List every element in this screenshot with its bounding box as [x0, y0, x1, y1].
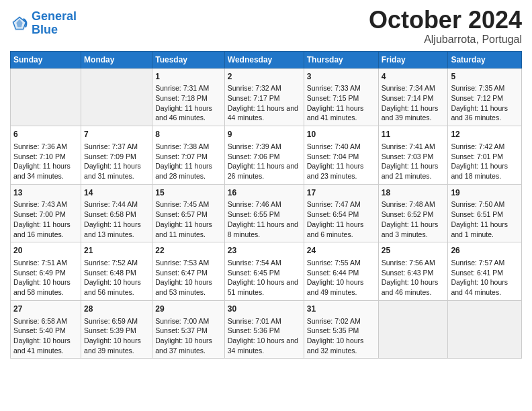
sunset-text: Sunset: 7:10 PM [13, 152, 66, 161]
day-number: 5 [451, 71, 519, 83]
daylight-text: Daylight: 11 hours and 6 minutes. [307, 220, 364, 238]
sunset-text: Sunset: 7:04 PM [307, 152, 359, 161]
day-number: 27 [13, 304, 78, 315]
calendar-cell [378, 300, 448, 359]
sunrise-text: Sunrise: 7:44 AM [84, 200, 138, 208]
sunrise-text: Sunrise: 7:52 AM [84, 259, 138, 267]
day-number: 2 [228, 71, 301, 83]
day-number: 23 [228, 245, 301, 257]
day-number: 6 [13, 129, 78, 140]
daylight-text: Daylight: 11 hours and 8 minutes. [228, 220, 298, 238]
calendar-week-row: 1Sunrise: 7:31 AMSunset: 7:18 PMDaylight… [11, 68, 522, 126]
calendar-cell: 31Sunrise: 7:02 AMSunset: 5:35 PMDayligh… [304, 300, 378, 359]
daylight-text: Daylight: 10 hours and 41 minutes. [13, 336, 71, 355]
daylight-text: Daylight: 11 hours and 28 minutes. [155, 162, 212, 180]
daylight-text: Daylight: 11 hours and 3 minutes. [382, 220, 439, 238]
sunrise-text: Sunrise: 7:42 AM [451, 142, 504, 150]
daylight-text: Daylight: 11 hours and 26 minutes. [228, 162, 298, 180]
sunrise-text: Sunrise: 7:02 AM [307, 317, 361, 325]
sunrise-text: Sunrise: 7:56 AM [382, 259, 435, 267]
weekday-header: Saturday [448, 51, 522, 68]
month-title: October 2024 [369, 7, 522, 34]
sunset-text: Sunset: 7:09 PM [84, 152, 136, 161]
sunset-text: Sunset: 7:00 PM [13, 210, 66, 218]
daylight-text: Daylight: 11 hours and 16 minutes. [13, 220, 71, 238]
day-number: 11 [382, 129, 445, 140]
calendar-cell [11, 68, 81, 126]
daylight-text: Daylight: 11 hours and 31 minutes. [84, 162, 141, 180]
day-number: 12 [451, 129, 519, 140]
calendar-cell: 3Sunrise: 7:33 AMSunset: 7:15 PMDaylight… [304, 68, 378, 126]
day-number: 7 [84, 129, 149, 140]
calendar-week-row: 13Sunrise: 7:43 AMSunset: 7:00 PMDayligh… [11, 184, 522, 242]
sunrise-text: Sunrise: 7:53 AM [155, 259, 209, 267]
daylight-text: Daylight: 11 hours and 36 minutes. [451, 104, 508, 122]
calendar-week-row: 27Sunrise: 6:58 AMSunset: 5:40 PMDayligh… [11, 300, 522, 359]
calendar-cell [448, 300, 522, 359]
calendar-cell: 8Sunrise: 7:38 AMSunset: 7:07 PMDaylight… [152, 126, 225, 185]
sunset-text: Sunset: 5:39 PM [84, 326, 136, 334]
day-number: 18 [382, 187, 445, 199]
sunset-text: Sunset: 5:36 PM [228, 326, 280, 334]
daylight-text: Daylight: 11 hours and 1 minute. [451, 220, 508, 238]
day-number: 15 [155, 187, 222, 199]
logo: General Blue [10, 10, 77, 37]
day-number: 29 [155, 304, 222, 315]
sunrise-text: Sunrise: 7:43 AM [13, 200, 67, 208]
daylight-text: Daylight: 11 hours and 18 minutes. [451, 162, 508, 180]
daylight-text: Daylight: 11 hours and 39 minutes. [382, 104, 439, 122]
daylight-text: Daylight: 11 hours and 13 minutes. [84, 220, 141, 238]
daylight-text: Daylight: 10 hours and 34 minutes. [228, 336, 298, 355]
calendar-cell: 27Sunrise: 6:58 AMSunset: 5:40 PMDayligh… [11, 300, 81, 359]
day-number: 3 [307, 71, 375, 83]
calendar-cell: 15Sunrise: 7:45 AMSunset: 6:57 PMDayligh… [152, 184, 225, 242]
day-number: 9 [228, 129, 301, 140]
sunrise-text: Sunrise: 7:01 AM [228, 317, 281, 325]
day-number: 26 [451, 245, 519, 257]
sunset-text: Sunset: 7:03 PM [382, 152, 434, 161]
calendar-week-row: 6Sunrise: 7:36 AMSunset: 7:10 PMDaylight… [11, 126, 522, 185]
sunset-text: Sunset: 7:15 PM [307, 94, 359, 102]
sunset-text: Sunset: 6:43 PM [382, 269, 434, 277]
weekday-header: Thursday [304, 51, 378, 68]
calendar-cell: 28Sunrise: 6:59 AMSunset: 5:39 PMDayligh… [81, 300, 152, 359]
calendar-cell: 12Sunrise: 7:42 AMSunset: 7:01 PMDayligh… [448, 126, 522, 185]
daylight-text: Daylight: 10 hours and 37 minutes. [155, 336, 212, 355]
calendar-cell: 26Sunrise: 7:57 AMSunset: 6:41 PMDayligh… [448, 242, 522, 301]
daylight-text: Daylight: 11 hours and 44 minutes. [228, 104, 298, 122]
sunrise-text: Sunrise: 7:46 AM [228, 200, 281, 208]
sunset-text: Sunset: 6:45 PM [228, 269, 280, 277]
sunset-text: Sunset: 6:54 PM [307, 210, 359, 218]
calendar-cell: 9Sunrise: 7:39 AMSunset: 7:06 PMDaylight… [224, 126, 304, 185]
daylight-text: Daylight: 11 hours and 41 minutes. [307, 104, 364, 122]
calendar-cell: 18Sunrise: 7:48 AMSunset: 6:52 PMDayligh… [378, 184, 448, 242]
sunrise-text: Sunrise: 7:41 AM [382, 142, 435, 150]
sunrise-text: Sunrise: 7:57 AM [451, 259, 504, 267]
weekday-header-row: SundayMondayTuesdayWednesdayThursdayFrid… [11, 51, 522, 68]
day-number: 16 [228, 187, 301, 199]
day-number: 13 [13, 187, 78, 199]
calendar-cell: 16Sunrise: 7:46 AMSunset: 6:55 PMDayligh… [224, 184, 304, 242]
sunrise-text: Sunrise: 7:00 AM [155, 317, 209, 325]
sunset-text: Sunset: 6:57 PM [155, 210, 208, 218]
calendar-week-row: 20Sunrise: 7:51 AMSunset: 6:49 PMDayligh… [11, 242, 522, 301]
calendar-cell: 20Sunrise: 7:51 AMSunset: 6:49 PMDayligh… [11, 242, 81, 301]
day-number: 4 [382, 71, 445, 83]
daylight-text: Daylight: 11 hours and 11 minutes. [155, 220, 212, 238]
location: Aljubarrota, Portugal [369, 34, 522, 46]
sunrise-text: Sunrise: 7:35 AM [451, 84, 504, 92]
sunset-text: Sunset: 7:12 PM [451, 94, 503, 102]
calendar-cell: 17Sunrise: 7:47 AMSunset: 6:54 PMDayligh… [304, 184, 378, 242]
page-header: General Blue October 2024 Aljubarrota, P… [10, 7, 522, 46]
day-number: 1 [155, 71, 222, 83]
sunrise-text: Sunrise: 7:36 AM [13, 142, 67, 150]
sunrise-text: Sunrise: 7:37 AM [84, 142, 138, 150]
day-number: 8 [155, 129, 222, 140]
day-number: 14 [84, 187, 149, 199]
calendar-cell: 4Sunrise: 7:34 AMSunset: 7:14 PMDaylight… [378, 68, 448, 126]
sunrise-text: Sunrise: 7:39 AM [228, 142, 281, 150]
sunrise-text: Sunrise: 7:50 AM [451, 200, 504, 208]
sunrise-text: Sunrise: 7:47 AM [307, 200, 361, 208]
calendar-cell: 29Sunrise: 7:00 AMSunset: 5:37 PMDayligh… [152, 300, 225, 359]
sunset-text: Sunset: 6:48 PM [84, 269, 136, 277]
